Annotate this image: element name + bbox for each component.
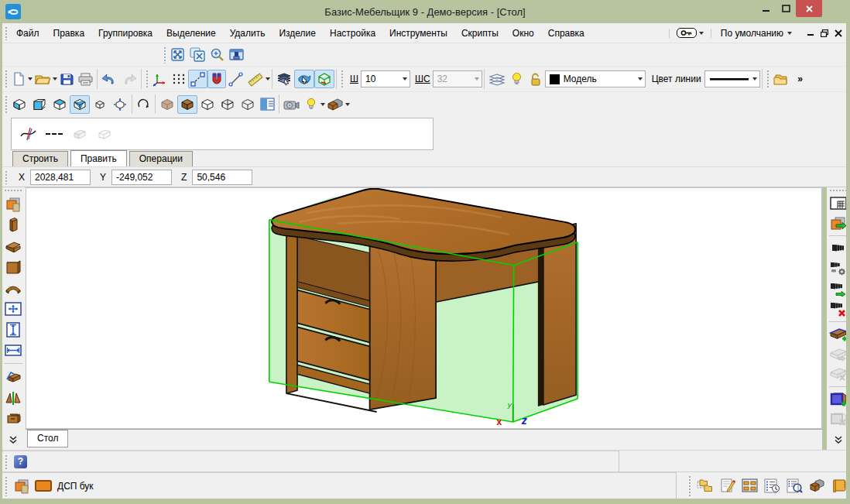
overflow-chevron-icon[interactable]: »: [791, 70, 810, 88]
board-curved-icon[interactable]: [2, 278, 24, 297]
grid-icon[interactable]: [170, 70, 188, 88]
dimensions-icon[interactable]: [2, 299, 24, 318]
toolbar-drag-handle[interactable]: [829, 189, 848, 192]
chevron-down-icon[interactable]: [266, 77, 270, 81]
board-front-icon[interactable]: [2, 257, 24, 276]
menu-settings[interactable]: Настройка: [323, 25, 382, 42]
menu-selection[interactable]: Выделение: [159, 25, 223, 42]
toolbar-drag-handle[interactable]: [4, 189, 22, 192]
menu-edit[interactable]: Правка: [46, 25, 92, 42]
help-icon[interactable]: ?: [14, 455, 27, 468]
toolbar-drag-handle[interactable]: [163, 46, 166, 63]
line-color-combo[interactable]: [704, 70, 760, 87]
select-cursor-icon[interactable]: [294, 70, 314, 88]
redo-icon[interactable]: [119, 70, 139, 88]
save-icon[interactable]: [57, 70, 76, 88]
profile-dropdown[interactable]: По умолчанию: [716, 26, 797, 40]
mdi-restore-button[interactable]: [821, 29, 828, 37]
menu-file[interactable]: Файл: [9, 25, 46, 42]
light-icon[interactable]: [302, 95, 320, 114]
material-panels-icon[interactable]: [14, 478, 29, 494]
tab-edit[interactable]: Править: [70, 150, 127, 166]
panel-sheet-icon[interactable]: [3, 194, 23, 214]
dimension-vertical-icon[interactable]: [3, 320, 23, 339]
more-chevron-icon[interactable]: [3, 430, 23, 449]
structure-tree-icon[interactable]: [694, 476, 716, 495]
view-small-icon[interactable]: [90, 95, 110, 114]
render-solid-icon[interactable]: [177, 95, 197, 114]
render-white-icon[interactable]: [197, 95, 218, 114]
materials-cubes-icon[interactable]: [807, 476, 828, 495]
select-box-icon[interactable]: [314, 70, 334, 88]
ruler-icon[interactable]: [245, 70, 266, 88]
edit-note-icon[interactable]: [718, 476, 738, 495]
menu-scripts[interactable]: Скрипты: [454, 25, 506, 42]
undo-icon[interactable]: [99, 70, 119, 88]
board-horizontal-icon[interactable]: [2, 236, 24, 255]
layer-combo[interactable]: Модель: [545, 70, 646, 87]
toolbar-drag-handle[interactable]: [4, 94, 8, 114]
snap-icon[interactable]: [188, 70, 207, 88]
trim-curves-icon[interactable]: [18, 125, 39, 143]
split-view-icon[interactable]: [258, 95, 277, 114]
panel-ghost-icon[interactable]: [69, 125, 91, 143]
doc-tab-stol[interactable]: Стол: [27, 430, 68, 447]
camera-icon[interactable]: [281, 95, 302, 114]
stack-icon[interactable]: [274, 70, 294, 88]
open-file-icon[interactable]: [33, 70, 53, 88]
spec-clock-icon[interactable]: [762, 476, 783, 495]
menu-drag-handle[interactable]: [4, 26, 8, 40]
view-iso-icon[interactable]: [70, 95, 90, 114]
panel-edge-icon[interactable]: [2, 367, 24, 386]
minimize-button[interactable]: [756, 0, 776, 17]
repaint-icon[interactable]: [227, 46, 246, 64]
view-fit-icon[interactable]: [110, 95, 130, 114]
z-input[interactable]: 50,546: [192, 170, 252, 185]
y-input[interactable]: -249,052: [111, 170, 172, 185]
menu-delete[interactable]: Удалить: [223, 25, 272, 42]
chevron-down-icon[interactable]: [345, 103, 350, 106]
render-wireframe-icon[interactable]: [218, 95, 238, 114]
view-front-icon[interactable]: [29, 95, 50, 114]
layers-icon[interactable]: [486, 70, 508, 88]
view-top-icon[interactable]: [50, 95, 70, 114]
toolbar-drag-handle[interactable]: [766, 69, 769, 89]
sh-combo[interactable]: 10: [361, 70, 410, 87]
toolbar-drag-handle[interactable]: [687, 475, 691, 496]
preview-icon[interactable]: [784, 476, 805, 495]
rotate-view-icon[interactable]: [134, 95, 153, 114]
measure-icon[interactable]: [226, 70, 245, 88]
toolbar-drag-handle[interactable]: [340, 69, 344, 89]
zoom-icon[interactable]: [207, 46, 227, 64]
toolbar-drag-handle[interactable]: [4, 170, 8, 184]
view-left-icon[interactable]: [9, 95, 29, 114]
license-key-button[interactable]: [674, 27, 706, 39]
toolbar-drag-handle[interactable]: [4, 475, 8, 496]
menu-tools[interactable]: Инструменты: [382, 25, 454, 42]
menu-window[interactable]: Окно: [506, 25, 541, 42]
new-document-icon[interactable]: [9, 70, 28, 88]
print-icon[interactable]: [76, 70, 95, 88]
tab-build[interactable]: Строить: [12, 151, 68, 166]
panels-grid-icon[interactable]: [739, 476, 760, 495]
dimension-horizontal-icon[interactable]: [2, 341, 24, 360]
toolbar-drag-handle[interactable]: [145, 69, 149, 89]
render-textured-icon[interactable]: [157, 95, 177, 114]
axes-icon[interactable]: [150, 70, 170, 88]
lock-icon[interactable]: [526, 70, 545, 88]
app-icon[interactable]: [5, 4, 21, 19]
mdi-close-button[interactable]: [835, 29, 842, 37]
fit-all-icon[interactable]: [187, 46, 207, 64]
menu-product[interactable]: Изделие: [272, 25, 323, 42]
close-button[interactable]: [796, 0, 822, 17]
magnet-icon[interactable]: [207, 70, 226, 88]
folder-icon[interactable]: [771, 70, 791, 88]
materials-icon[interactable]: [325, 95, 345, 114]
x-input[interactable]: 2028,481: [30, 170, 91, 185]
menu-help[interactable]: Справка: [541, 25, 591, 42]
panel-ghost2-icon[interactable]: [94, 125, 115, 143]
shs-combo[interactable]: 32: [433, 70, 482, 87]
mdi-minimize-button[interactable]: [807, 29, 814, 36]
maximize-button[interactable]: [776, 0, 796, 17]
mirror-parts-icon[interactable]: [2, 388, 24, 407]
